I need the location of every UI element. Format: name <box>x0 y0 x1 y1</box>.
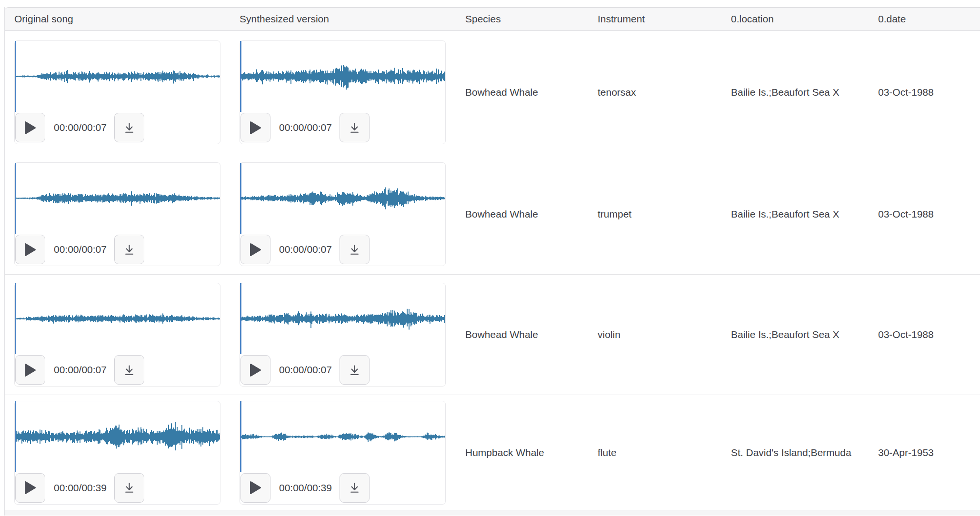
date-cell: 30-Apr-1953 <box>869 395 980 510</box>
play-button[interactable] <box>15 113 45 142</box>
audio-player-original: 00:00/00:07 <box>14 162 220 266</box>
audio-player-original: 00:00/00:39 <box>14 401 220 505</box>
download-button[interactable] <box>340 355 370 385</box>
playhead-cursor[interactable] <box>15 41 16 112</box>
playhead-cursor[interactable] <box>15 401 16 472</box>
species-cell: Humpback Whale <box>456 395 588 510</box>
instrument-cell: trumpet <box>588 154 721 274</box>
waveform[interactable] <box>240 41 445 112</box>
playhead-cursor[interactable] <box>15 283 16 354</box>
synthesized-version-cell: 00:00/00:39 <box>230 395 456 510</box>
table-row: 00:00/00:07 <box>5 31 980 154</box>
play-icon <box>250 243 261 257</box>
playhead-cursor[interactable] <box>240 41 241 112</box>
column-header-instrument: Instrument <box>588 8 721 30</box>
waveform[interactable] <box>240 283 445 354</box>
location-cell: Bailie Is.;Beaufort Sea X <box>721 275 869 395</box>
time-display: 00:00/00:07 <box>279 364 332 376</box>
download-icon <box>348 481 361 494</box>
download-icon <box>123 243 136 256</box>
download-icon <box>348 121 361 134</box>
playhead-cursor[interactable] <box>240 283 241 354</box>
download-icon <box>123 364 136 377</box>
play-icon <box>250 481 261 495</box>
table-header-row: Original song Synthesized version Specie… <box>5 7 980 31</box>
playhead-cursor[interactable] <box>240 401 241 472</box>
instrument-cell: flute <box>588 395 721 510</box>
waveform[interactable] <box>15 163 220 234</box>
table-row: 00:00/00:07 <box>5 154 980 275</box>
play-icon <box>24 363 36 377</box>
download-icon <box>348 243 361 256</box>
location-cell: Bailie Is.;Beaufort Sea X <box>721 154 869 274</box>
time-display: 00:00/00:07 <box>54 364 107 376</box>
play-button[interactable] <box>15 473 45 503</box>
species-cell: Bowhead Whale <box>456 275 588 395</box>
audio-controls: 00:00/00:07 <box>240 234 445 265</box>
play-icon <box>24 481 36 495</box>
audio-controls: 00:00/00:39 <box>240 473 445 503</box>
time-display: 00:00/00:39 <box>279 482 332 494</box>
play-icon <box>250 121 261 135</box>
play-button[interactable] <box>240 355 270 385</box>
download-button[interactable] <box>340 473 370 503</box>
species-cell: Bowhead Whale <box>456 31 588 154</box>
time-display: 00:00/00:07 <box>279 244 332 255</box>
play-icon <box>250 363 261 377</box>
download-icon <box>123 121 136 134</box>
time-display: 00:00/00:07 <box>54 244 107 255</box>
column-header-species: Species <box>456 8 588 30</box>
column-header-original-song: Original song <box>5 8 230 30</box>
download-button[interactable] <box>114 473 144 503</box>
play-button[interactable] <box>240 235 270 264</box>
waveform[interactable] <box>15 283 220 354</box>
play-button[interactable] <box>240 113 270 142</box>
table-row: 00:00/00:39 <box>5 395 980 510</box>
audio-player-synthesized: 00:00/00:07 <box>240 283 446 387</box>
download-icon <box>348 364 361 377</box>
original-song-cell: 00:00/00:07 <box>5 275 230 395</box>
audio-controls: 00:00/00:07 <box>15 355 220 385</box>
download-button[interactable] <box>114 355 144 385</box>
play-button[interactable] <box>240 473 270 503</box>
species-cell: Bowhead Whale <box>456 154 588 274</box>
column-header-synthesized-version: Synthesized version <box>230 8 456 30</box>
original-song-cell: 00:00/00:07 <box>5 154 230 274</box>
audio-controls: 00:00/00:07 <box>240 112 445 143</box>
download-button[interactable] <box>114 235 144 264</box>
waveform[interactable] <box>240 401 445 472</box>
audio-player-original: 00:00/00:07 <box>14 40 220 144</box>
audio-controls: 00:00/00:07 <box>15 234 220 265</box>
location-cell: Bailie Is.;Beaufort Sea X <box>721 31 869 154</box>
audio-player-synthesized: 00:00/00:07 <box>240 162 446 266</box>
download-button[interactable] <box>340 235 370 264</box>
location-cell: St. David's Island;Bermuda <box>721 395 869 510</box>
play-button[interactable] <box>15 235 45 264</box>
waveform[interactable] <box>240 163 445 234</box>
play-button[interactable] <box>15 355 45 385</box>
column-header-date: 0.date <box>869 8 980 30</box>
waveform[interactable] <box>15 41 220 112</box>
horizontal-scrollbar-track[interactable] <box>5 510 980 516</box>
original-song-cell: 00:00/00:07 <box>5 31 230 154</box>
download-button[interactable] <box>114 113 144 142</box>
playhead-cursor[interactable] <box>15 163 16 234</box>
time-display: 00:00/00:07 <box>279 122 332 133</box>
table-body: 00:00/00:07 <box>5 31 980 510</box>
date-cell: 03-Oct-1988 <box>869 31 980 154</box>
table-row: 00:00/00:07 <box>5 275 980 395</box>
play-icon <box>24 243 36 257</box>
column-header-location: 0.location <box>721 8 869 30</box>
audio-controls: 00:00/00:07 <box>240 355 445 385</box>
original-song-cell: 00:00/00:39 <box>5 395 230 510</box>
audio-controls: 00:00/00:07 <box>15 112 220 143</box>
audio-player-synthesized: 00:00/00:07 <box>240 40 446 144</box>
download-button[interactable] <box>340 113 370 142</box>
dataframe-table: Original song Synthesized version Specie… <box>4 7 980 516</box>
time-display: 00:00/00:07 <box>54 122 107 133</box>
waveform[interactable] <box>15 401 220 472</box>
playhead-cursor[interactable] <box>240 163 241 234</box>
date-cell: 03-Oct-1988 <box>869 154 980 274</box>
synthesized-version-cell: 00:00/00:07 <box>230 154 456 274</box>
audio-player-synthesized: 00:00/00:39 <box>240 401 446 505</box>
